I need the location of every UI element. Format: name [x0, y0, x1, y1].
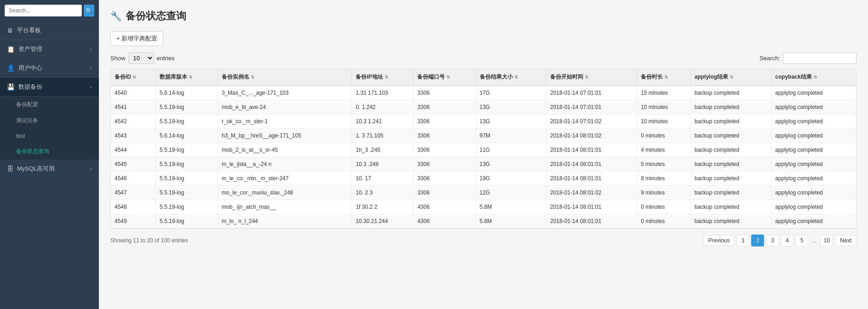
sort-arrows-size: ⇅: [514, 74, 518, 80]
cell-instance_name: mob_2_is_at__s_sr-45: [218, 143, 352, 157]
col-header-db-version[interactable]: 数据库版本⇅: [155, 69, 218, 86]
show-entries-area: Show 10 25 50 100 entries: [110, 52, 175, 64]
col-header-size[interactable]: 备份结果大小⇅: [476, 69, 546, 86]
cell-ip: 1.31 171.103: [352, 86, 414, 100]
cell-id: 4541: [111, 100, 155, 114]
page-5[interactable]: 5: [795, 235, 808, 246]
sort-arrows-duration: ⇅: [664, 74, 668, 80]
sidebar-item-backup[interactable]: 💾 数据备份 ‹: [0, 78, 99, 97]
sidebar-item-test[interactable]: test: [0, 129, 99, 143]
page-2[interactable]: 2: [751, 235, 764, 246]
cell-size: 13G: [476, 114, 546, 129]
prev-button[interactable]: Previous: [703, 235, 735, 246]
cell-applylog: backup completed: [690, 129, 771, 143]
add-dict-button[interactable]: + 新增字典配置: [110, 31, 163, 46]
sidebar-item-backup-status[interactable]: 备份状态查询: [0, 143, 99, 160]
sidebar-search-area: 🔍: [0, 0, 99, 21]
col-header-ip[interactable]: 备份IP地址⇅: [352, 69, 414, 86]
sort-arrows-ip: ⇅: [385, 74, 388, 80]
sort-arrows-port: ⇅: [446, 74, 450, 80]
col-header-start-time[interactable]: 备份开始时间⇅: [546, 69, 637, 86]
col-header-port[interactable]: 备份端口号⇅: [414, 69, 476, 86]
table-header-row: 备份ID⇅ 数据库版本⇅ 备份实例名⇅ 备份IP地址⇅ 备份端口号⇅ 备份结果大…: [111, 69, 856, 86]
backup-submenu: 备份配置 测试任务 test 备份状态查询: [0, 97, 99, 160]
cell-port: 3306: [414, 129, 476, 143]
sidebar-item-backup-config[interactable]: 备份配置: [0, 97, 99, 113]
cell-size: 19G: [476, 172, 546, 186]
sidebar: 🔍 🖥 平台看板 📋 资产管理 ‹ 👤 用户中心 ‹: [0, 0, 99, 309]
sort-arrows-applylog: ⇅: [730, 74, 733, 80]
table-search-input[interactable]: [783, 52, 857, 64]
cell-db_version: 5.5.19-log: [155, 143, 218, 157]
col-header-copyback[interactable]: copyback结果⇅: [771, 69, 856, 86]
cell-instance_name: m_le_ijsta__a_-24 n: [218, 157, 352, 172]
cell-ip: 10.30.21.244: [352, 214, 414, 229]
cell-start_time: 2018-01-14 08:01:02: [546, 186, 637, 200]
cell-duration: 10 minutes: [637, 114, 691, 129]
mysql-icon: 🗄: [7, 165, 13, 172]
show-count-select[interactable]: 10 25 50 100: [128, 52, 154, 64]
cell-start_time: 2018-01-14 08:01:01: [546, 200, 637, 214]
sidebar-label-assets: 资产管理: [18, 45, 42, 53]
cell-port: 4306: [414, 214, 476, 229]
next-button[interactable]: Next: [835, 235, 857, 246]
sort-arrows-id: ⇅: [132, 74, 136, 80]
cell-start_time: 2018-01-14 08:01:02: [546, 129, 637, 143]
cell-port: 4306: [414, 200, 476, 214]
cell-ip: 0. 1.242: [352, 100, 414, 114]
cell-start_time: 2018-01-14 07:01:01: [546, 86, 637, 100]
sidebar-item-assets[interactable]: 📋 资产管理 ‹: [0, 40, 99, 59]
cell-size: 97M: [476, 129, 546, 143]
cell-ip: 10.3 .246: [352, 157, 414, 172]
sidebar-item-users[interactable]: 👤 用户中心 ‹: [0, 59, 99, 78]
table-row: 45415.5.19-logmob_e_bi_ave-240. 1.242330…: [111, 100, 856, 114]
cell-duration: 0 minutes: [637, 200, 691, 214]
cell-instance_name: m_lo_ n_l_244: [218, 214, 352, 229]
page-title-icon: 🔧: [110, 11, 122, 22]
cell-db_version: 5.5.19-log: [155, 114, 218, 129]
cell-id: 4545: [111, 157, 155, 172]
col-header-id[interactable]: 备份ID⇅: [111, 69, 155, 86]
page-1[interactable]: 1: [736, 235, 749, 246]
cell-duration: 15 minutes: [637, 86, 691, 100]
cell-applylog: backup completed: [690, 186, 771, 200]
table-row: 45495.5.19-logm_lo_ n_l_24410.30.21.2444…: [111, 214, 856, 229]
page-10[interactable]: 10: [820, 235, 833, 246]
search-label: Search:: [759, 55, 780, 62]
sidebar-item-platform[interactable]: 🖥 平台看板: [0, 21, 99, 40]
cell-copyback: applylog completed: [771, 129, 856, 143]
assets-icon: 📋: [7, 46, 15, 53]
cell-size: 17G: [476, 86, 546, 100]
show-label: Show: [110, 55, 126, 62]
sidebar-item-mysql-ha[interactable]: 🗄 MySQL高可用 ‹: [0, 160, 99, 178]
cell-applylog: backup completed: [690, 86, 771, 100]
cell-db_version: 5.5.19-log: [155, 100, 218, 114]
cell-size: 5.8M: [476, 200, 546, 214]
cell-start_time: 2018-01-14 07:01:02: [546, 114, 637, 129]
col-header-duration[interactable]: 备份时长⇅: [637, 69, 691, 86]
col-header-instance[interactable]: 备份实例名⇅: [218, 69, 352, 86]
sidebar-menu: 🖥 平台看板 📋 资产管理 ‹ 👤 用户中心 ‹ 💾 数据备份: [0, 21, 99, 309]
cell-applylog: backup completed: [690, 214, 771, 229]
cell-id: 4540: [111, 86, 155, 100]
cell-size: 5.8M: [476, 214, 546, 229]
cell-applylog: backup completed: [690, 114, 771, 129]
cell-start_time: 2018-01-14 08:01:01: [546, 143, 637, 157]
cell-port: 3306: [414, 143, 476, 157]
main-content: 🔧 备份状态查询 + 新增字典配置 Show 10 25 50 100 entr…: [99, 0, 868, 309]
sort-arrows-db: ⇅: [189, 74, 192, 80]
search-input[interactable]: [5, 5, 82, 17]
search-button[interactable]: 🔍: [84, 5, 94, 17]
cell-ip: 10. 17: [352, 172, 414, 186]
col-header-applylog[interactable]: applylog结果⇅: [690, 69, 771, 86]
cell-copyback: applylog completed: [771, 172, 856, 186]
table-body: 45405.6.14-log3_Mas_C_..._age-171_1031.3…: [111, 86, 856, 229]
page-3[interactable]: 3: [766, 235, 779, 246]
page-4[interactable]: 4: [781, 235, 793, 246]
cell-db_version: 5.5.19-log: [155, 172, 218, 186]
table-row: 45455.5.19-logm_le_ijsta__a_-24 n10.3 .2…: [111, 157, 856, 172]
cell-id: 4549: [111, 214, 155, 229]
mysql-arrow-icon: ‹: [90, 166, 92, 172]
cell-duration: 8 minutes: [637, 172, 691, 186]
sidebar-item-test-task[interactable]: 测试任务: [0, 113, 99, 129]
